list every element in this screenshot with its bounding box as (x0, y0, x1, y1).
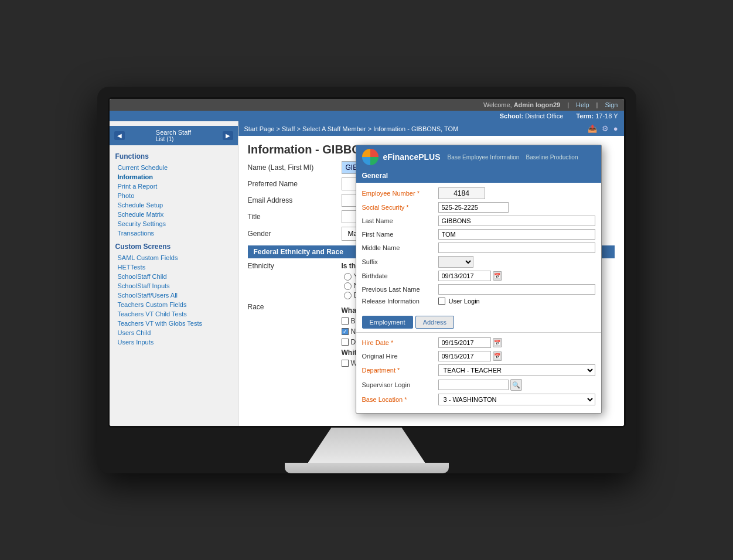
separator2: | (596, 101, 598, 108)
welcome-text: Welcome, Admin logon29 (483, 101, 560, 108)
release-info-label: Release Information (362, 298, 438, 305)
settings-icon[interactable]: ⚙ (602, 124, 609, 133)
sidebar-item-print-report[interactable]: Print a Report (110, 182, 238, 191)
hire-date-input[interactable] (438, 337, 491, 348)
hire-date-calendar-icon[interactable]: 📅 (493, 338, 502, 347)
sidebar-search-label: Search Staff (156, 129, 191, 136)
title-label: Title (248, 213, 342, 221)
sidebar-item-photo[interactable]: Photo (110, 191, 238, 200)
birthdate-input[interactable] (438, 271, 491, 281)
sidebar-item-schoolstaff-child[interactable]: SchoolStaff Child (110, 272, 238, 281)
content-area: Start Page > Staff > Select A Staff Memb… (238, 121, 624, 426)
white-checkbox[interactable] (342, 360, 349, 367)
employment-tab-bar: Employment Address (356, 312, 601, 332)
suffix-label: Suffix (362, 258, 438, 265)
last-name-input[interactable] (438, 216, 595, 226)
sidebar-item-hettests[interactable]: HETTests (110, 262, 238, 272)
sidebar-next-btn[interactable]: ▶ (223, 131, 233, 140)
original-hire-calendar-icon[interactable]: 📅 (493, 351, 502, 361)
monitor-screen: Welcome, Admin logon29 | Help | Sign Sch… (108, 97, 626, 428)
supervisor-label: Supervisor Login (362, 381, 438, 388)
radio-decline-input[interactable] (344, 292, 352, 299)
custom-screens-title: Custom Screens (110, 238, 238, 253)
address-tab-btn[interactable]: Address (415, 316, 454, 329)
sidebar-item-schoolstaff-users-all[interactable]: SchoolStaff/Users All (110, 291, 238, 300)
sidebar-item-schedule-matrix[interactable]: Schedule Matrix (110, 210, 238, 219)
original-hire-input[interactable] (438, 351, 491, 361)
export-icon[interactable]: 📤 (588, 124, 597, 133)
radio-yes-input[interactable] (344, 273, 352, 281)
base-location-select[interactable]: 3 - WASHINGTON (438, 394, 595, 405)
race-decline-checkbox[interactable] (342, 339, 349, 346)
sidebar-item-saml[interactable]: SAML Custom Fields (110, 253, 238, 262)
preferred-name-label: Preferred Name (248, 180, 342, 188)
sidebar-prev-btn[interactable]: ◀ (114, 131, 125, 140)
middle-name-label: Middle Name (362, 244, 438, 251)
breadcrumb-text: Start Page > Staff > Select A Staff Memb… (244, 125, 459, 132)
gender-label: Gender (248, 230, 342, 238)
popup-overlay: eFinancePLUS Base Employee Information B… (356, 145, 602, 414)
social-security-row: Social Security * (362, 202, 595, 213)
birthdate-calendar-icon[interactable]: 📅 (493, 271, 502, 281)
breadcrumb-icons: 📤 ⚙ ● (588, 124, 618, 133)
monitor-stand (108, 428, 626, 473)
employment-tab-btn[interactable]: Employment (362, 316, 413, 329)
email-label: Email Address (248, 196, 342, 204)
separator: | (567, 101, 569, 108)
employee-number-value: 4184 (438, 187, 485, 199)
sidebar-item-transactions[interactable]: Transactions (110, 228, 238, 238)
middle-name-input[interactable] (438, 243, 595, 253)
last-name-row: Last Name (362, 216, 595, 226)
sidebar-item-teachers-vt-child[interactable]: Teachers VT Child Tests (110, 309, 238, 319)
sidebar-item-schedule-setup[interactable]: Schedule Setup (110, 200, 238, 210)
release-info-checkbox[interactable] (438, 298, 445, 305)
popup-header: eFinancePLUS Base Employee Information B… (356, 145, 601, 169)
last-name-label: Last Name (362, 217, 438, 224)
first-name-input[interactable] (438, 229, 595, 240)
sidebar-item-users-child[interactable]: Users Child (110, 328, 238, 337)
prev-last-name-input[interactable] (438, 284, 595, 295)
sidebar-item-security-settings[interactable]: Security Settings (110, 219, 238, 228)
employee-number-row: Employee Number * 4184 (362, 187, 595, 199)
middle-name-row: Middle Name (362, 243, 595, 253)
prev-last-name-row: Previous Last Name (362, 284, 595, 295)
suffix-select[interactable]: Jr Sr III (438, 256, 473, 268)
employee-number-label: Employee Number * (362, 190, 438, 197)
hire-date-label: Hire Date * (362, 339, 438, 346)
supervisor-row: Supervisor Login 🔍 (362, 379, 595, 391)
sidebar-item-current-schedule[interactable]: Current Schedule (110, 163, 238, 172)
term-label: Term: 17-18 Y (576, 112, 618, 119)
supervisor-search-icon[interactable]: 🔍 (510, 379, 522, 391)
release-info-row: Release Information User Login (362, 298, 595, 305)
popup-title-block: eFinancePLUS (383, 152, 441, 162)
social-security-input[interactable] (438, 202, 509, 213)
top-bar: Welcome, Admin logon29 | Help | Sign (110, 99, 624, 111)
race-label: Race (248, 303, 342, 311)
sidebar-item-information[interactable]: Information (110, 172, 238, 182)
radio-no-input[interactable] (344, 282, 352, 290)
supervisor-input[interactable] (438, 380, 509, 390)
sidebar: ◀ Search Staff List (1) ▶ Functions Curr… (110, 121, 238, 426)
birthdate-label: Birthdate (362, 272, 438, 279)
sidebar-item-teachers-vt-globs[interactable]: Teachers VT with Globs Tests (110, 319, 238, 328)
race-hawaiian-checkbox[interactable]: ✓ (342, 328, 349, 335)
school-bar: School: District Office Term: 17-18 Y (110, 111, 624, 121)
name-label: Name (Last, First MI) (248, 163, 342, 172)
popup-title: eFinancePLUS (383, 152, 441, 162)
race-african-checkbox[interactable] (342, 317, 349, 325)
help-link[interactable]: Help (576, 101, 589, 108)
popup-subtitle-env: Baseline Production (526, 154, 578, 161)
social-security-label: Social Security * (362, 204, 438, 211)
sidebar-item-teachers-custom[interactable]: Teachers Custom Fields (110, 300, 238, 309)
popup-header-info: Base Employee Information Baseline Produ… (448, 154, 578, 161)
breadcrumb: Start Page > Staff > Select A Staff Memb… (238, 121, 624, 136)
sidebar-item-users-inputs[interactable]: Users Inputs (110, 337, 238, 347)
department-select[interactable]: TEACH - TEACHER (438, 364, 595, 376)
main-layout: ◀ Search Staff List (1) ▶ Functions Curr… (110, 121, 624, 426)
more-icon[interactable]: ● (613, 124, 618, 133)
sidebar-item-schoolstaff-inputs[interactable]: SchoolStaff Inputs (110, 281, 238, 291)
original-hire-row: Original Hire 📅 (362, 351, 595, 361)
prev-last-name-label: Previous Last Name (362, 286, 438, 293)
sidebar-list-label: List (1) (156, 136, 191, 142)
sign-link[interactable]: Sign (605, 101, 618, 108)
